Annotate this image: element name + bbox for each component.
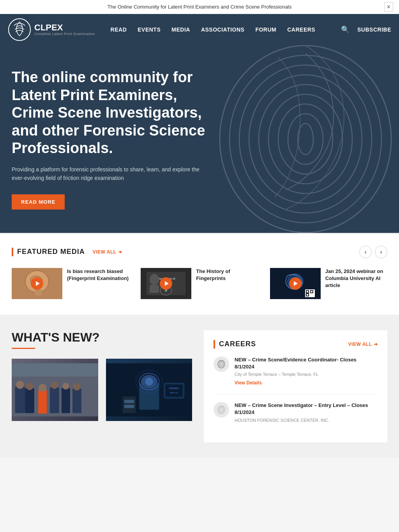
svg-point-41 xyxy=(51,381,58,389)
news-card[interactable]: FORENSIC ANALYSIS xyxy=(106,359,192,421)
svg-point-49 xyxy=(145,377,153,385)
media-item[interactable]: Jan 25, 2024 webinar on Columbia Univers… xyxy=(270,268,387,299)
svg-rect-42 xyxy=(62,388,70,413)
nav-associations[interactable]: ASSOCIATIONS xyxy=(201,26,245,33)
svg-point-43 xyxy=(62,383,69,389)
featured-media-view-all[interactable]: VIEW ALL ➔ xyxy=(93,249,122,255)
section-bar-decoration xyxy=(12,248,13,256)
nav-right: 🔍 SUBSCRIBE xyxy=(341,25,391,34)
svg-rect-56 xyxy=(166,385,182,396)
careers-bar-decoration xyxy=(214,340,215,349)
svg-rect-52 xyxy=(124,405,134,408)
media-title-2: The History of Fingerprints xyxy=(196,268,258,299)
svg-point-7 xyxy=(278,104,333,174)
svg-rect-28 xyxy=(307,291,308,292)
news-image-svg-tech: FORENSIC ANALYSIS xyxy=(106,359,192,421)
play-button-2[interactable] xyxy=(160,277,172,290)
media-nav-arrows: ‹ › xyxy=(359,246,387,258)
svg-point-35 xyxy=(16,381,24,389)
svg-point-61 xyxy=(220,363,222,366)
media-prev-button[interactable]: ‹ xyxy=(359,246,372,258)
media-thumb-2: The History of Fingerp xyxy=(141,268,191,299)
nav-events[interactable]: EVENTS xyxy=(138,26,161,33)
svg-point-19 xyxy=(150,274,159,285)
logo[interactable]: CLPEX Complete Latent Print Examination xyxy=(8,18,95,41)
featured-media-section: FEATURED MEDIA VIEW ALL ➔ ‹ › Is bias xyxy=(0,233,399,315)
nav-media[interactable]: MEDIA xyxy=(171,26,190,33)
news-card[interactable] xyxy=(12,359,98,421)
whats-new-section: WHAT'S NEW? xyxy=(12,330,192,442)
career-info-1: NEW – Crime Scene/Evidence Coordinator- … xyxy=(235,356,378,386)
logo-icon xyxy=(8,18,31,41)
svg-point-64 xyxy=(220,408,222,411)
logo-subtext: Complete Latent Print Examination xyxy=(34,32,95,36)
svg-rect-34 xyxy=(15,386,25,413)
news-grid: FORENSIC ANALYSIS xyxy=(12,359,192,421)
lower-section: WHAT'S NEW? xyxy=(0,315,399,458)
media-title-1: Is bias research biased (Fingerprint Exa… xyxy=(67,268,129,299)
arrow-right-icon: ➔ xyxy=(118,249,122,255)
news-card-image-tech: FORENSIC ANALYSIS xyxy=(106,359,192,421)
career-fingerprint-icon-2 xyxy=(214,402,229,417)
career-details-link-1[interactable]: View Details xyxy=(235,380,262,386)
svg-point-39 xyxy=(39,384,46,391)
nav-read[interactable]: READ xyxy=(111,26,127,33)
svg-rect-29 xyxy=(311,291,312,292)
media-next-button[interactable]: › xyxy=(375,246,387,258)
career-info-2: NEW – Crime Scene Investigator – Entry L… xyxy=(235,402,378,425)
career-title-1: NEW – Crime Scene/Evidence Coordinator- … xyxy=(235,356,378,370)
main-nav: CLPEX Complete Latent Print Examination … xyxy=(0,14,399,45)
svg-point-8 xyxy=(288,114,323,164)
logo-name: CLPEX xyxy=(34,23,95,32)
whats-new-heading: WHAT'S NEW? xyxy=(12,330,192,345)
career-location-1: City of Temple Terrace – Temple Terrace,… xyxy=(235,372,378,377)
hero-content: The online community for Latent Print Ex… xyxy=(12,69,207,210)
media-thumb-1 xyxy=(12,268,62,299)
hero-cta-button[interactable]: READ MORE xyxy=(12,194,65,210)
svg-point-37 xyxy=(26,383,34,390)
news-image-svg-police xyxy=(12,359,98,421)
svg-rect-38 xyxy=(38,390,47,414)
hero-subtext: Providing a platform for forensic profes… xyxy=(12,165,207,183)
nav-links: READ EVENTS MEDIA ASSOCIATIONS FORUM CAR… xyxy=(111,26,316,33)
news-card-image-police xyxy=(12,359,98,421)
careers-view-all[interactable]: VIEW ALL ➔ xyxy=(348,342,378,347)
featured-media-header: FEATURED MEDIA VIEW ALL ➔ ‹ › xyxy=(12,246,387,258)
svg-rect-36 xyxy=(25,388,34,413)
banner-close-button[interactable]: × xyxy=(384,2,393,12)
hero-heading: The online community for Latent Print Ex… xyxy=(12,69,207,157)
hero-section: The online community for Latent Print Ex… xyxy=(0,45,399,233)
career-location-2: HOUSTON FORENSIC SCIENCE CENTER, INC. xyxy=(235,418,378,423)
svg-text:ANALYSIS: ANALYSIS xyxy=(170,391,178,393)
subscribe-button[interactable]: SUBSCRIBE xyxy=(357,26,391,33)
career-fingerprint-icon xyxy=(214,356,229,372)
media-grid: Is bias research biased (Fingerprint Exa… xyxy=(12,268,387,299)
svg-point-45 xyxy=(73,383,81,391)
career-item: NEW – Crime Scene/Evidence Coordinator- … xyxy=(214,356,378,394)
svg-rect-20 xyxy=(150,285,159,293)
svg-point-60 xyxy=(219,361,224,367)
career-title-2: NEW – Crime Scene Investigator – Entry L… xyxy=(235,402,378,416)
svg-rect-51 xyxy=(124,400,134,403)
svg-rect-44 xyxy=(72,388,81,413)
media-item[interactable]: Is bias research biased (Fingerprint Exa… xyxy=(12,268,129,299)
nav-careers[interactable]: CAREERS xyxy=(287,26,315,33)
nav-forum[interactable]: FORUM xyxy=(255,26,276,33)
whats-new-underline xyxy=(12,348,35,349)
play-button-3[interactable] xyxy=(289,277,302,290)
svg-rect-30 xyxy=(307,294,308,296)
banner-text: The Online Community for Latent Print Ex… xyxy=(108,4,292,10)
svg-point-63 xyxy=(219,407,224,412)
media-item[interactable]: The History of Fingerp The History of Fi… xyxy=(141,268,258,299)
arrow-right-icon: ➔ xyxy=(374,342,378,347)
svg-point-6 xyxy=(268,94,343,184)
svg-rect-40 xyxy=(50,387,59,413)
hero-fingerprint-decoration xyxy=(189,45,399,233)
top-banner: The Online Community for Latent Print Ex… xyxy=(0,0,399,14)
play-button-1[interactable] xyxy=(31,277,43,290)
media-thumb-3 xyxy=(270,268,321,299)
featured-media-title: FEATURED MEDIA xyxy=(17,248,85,256)
media-title-3: Jan 25, 2024 webinar on Columbia Univers… xyxy=(325,268,387,299)
search-icon[interactable]: 🔍 xyxy=(341,25,350,34)
careers-header: CAREERS VIEW ALL ➔ xyxy=(214,340,378,349)
